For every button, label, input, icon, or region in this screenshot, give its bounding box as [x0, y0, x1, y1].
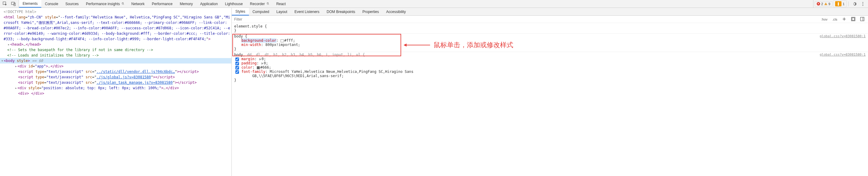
- prop-font-family-line2: GB,\\5FAE\8F6F\96C5\9ED1,Arial,sans-seri…: [234, 74, 866, 78]
- inspect-icon[interactable]: [1, 0, 9, 8]
- subtab-accessibility[interactable]: Accessibility: [382, 8, 409, 16]
- prop-margin[interactable]: margin: 0;: [234, 57, 866, 61]
- warning-icon: [824, 2, 827, 5]
- body-node-selected[interactable]: ⋯ ▾<body style> == $0: [0, 58, 231, 64]
- errors-warnings-badge[interactable]: ✕2 9: [815, 1, 832, 7]
- more-icon[interactable]: [859, 0, 867, 8]
- styles-filter-row: :hov .cls: [232, 16, 868, 23]
- tab-memory[interactable]: Memory: [176, 0, 196, 7]
- prop-checkbox[interactable]: [236, 57, 239, 61]
- issue-icon: ❚: [835, 1, 841, 6]
- experiment-icon: ⚗: [266, 2, 269, 6]
- rule-element-style[interactable]: element.style { }: [232, 24, 868, 33]
- color-swatch-icon[interactable]: [257, 66, 260, 69]
- html-open-4: rror-color:#e96149; --warning-color:#dd9…: [4, 31, 231, 36]
- tab-performance[interactable]: Performance: [148, 0, 176, 7]
- rule-body[interactable]: global.css?v=83081580:1 body { backgroun…: [232, 33, 868, 52]
- prop-checkbox[interactable]: [236, 70, 239, 74]
- subtab-computed[interactable]: Computed: [249, 8, 273, 16]
- toggle-computed-icon[interactable]: [850, 16, 857, 22]
- subtab-properties[interactable]: Properties: [359, 8, 383, 16]
- source-link[interactable]: global.css?v=83081580:1: [820, 53, 866, 56]
- subtab-event-listeners[interactable]: Event Listeners: [291, 8, 323, 16]
- tab-react[interactable]: React: [273, 0, 289, 7]
- toolbar-left-icons: [0, 0, 19, 7]
- rule-close: }: [234, 28, 866, 33]
- div-app-node[interactable]: ▸<div id="app">…</div>: [4, 64, 231, 69]
- expand-icon[interactable]: ▸: [14, 85, 18, 91]
- prop-color[interactable]: color: #666;: [234, 65, 866, 70]
- selector-element-style[interactable]: element.style {: [234, 24, 866, 28]
- selector-reset[interactable]: body, dd, dl, dt, h1, h2, h3, h4, h5, h6…: [234, 53, 866, 57]
- script-node-3[interactable]: <script type="text/javascript" src="./js…: [4, 80, 231, 85]
- toggle-sidebar-icon[interactable]: [859, 16, 866, 22]
- prop-checkbox[interactable]: [236, 66, 239, 70]
- elements-tree[interactable]: <!DOCTYPE html> <html lang="zh-CN" style…: [0, 8, 231, 176]
- styles-filter-input[interactable]: [232, 17, 818, 22]
- issue-count: 1: [843, 2, 844, 6]
- tab-console[interactable]: Console: [41, 0, 62, 7]
- tab-sources[interactable]: Sources: [62, 0, 82, 7]
- svg-point-3: [863, 2, 864, 3]
- new-style-rule-icon[interactable]: [841, 16, 847, 22]
- svg-point-5: [863, 5, 864, 6]
- doctype-line: <!DOCTYPE html>: [4, 9, 231, 15]
- tab-network[interactable]: Network: [128, 0, 148, 7]
- html-open-2: crosoft YaHei","微软雅黑",Arial,sans-serif; …: [4, 20, 231, 25]
- style-rules-list[interactable]: element.style { } global.css?v=83081580:…: [232, 23, 868, 176]
- hov-toggle[interactable]: :hov: [820, 17, 829, 22]
- rule-close: }: [234, 47, 866, 51]
- prop-font-family[interactable]: font-family: Microsoft YaHei,Helvetica N…: [234, 70, 866, 74]
- styles-subtabs: Styles Computed Layout Event Listeners D…: [232, 8, 868, 16]
- svg-rect-7: [852, 18, 855, 20]
- device-toggle-icon[interactable]: [10, 0, 18, 8]
- divider: [848, 1, 849, 6]
- expand-icon[interactable]: ▸: [7, 42, 10, 47]
- warning-count: 9: [829, 2, 830, 6]
- subtab-dom-breakpoints[interactable]: DOM Breakpoints: [323, 8, 359, 16]
- settings-icon[interactable]: [850, 0, 858, 8]
- expand-shorthand-icon[interactable]: [261, 62, 263, 65]
- div-abs-node[interactable]: ▸<div style="position: absolute; top: 0p…: [4, 85, 231, 91]
- rule-reset[interactable]: global.css?v=83081580:1 body, dd, dl, dt…: [232, 52, 868, 83]
- tab-lighthouse[interactable]: Lighthouse: [221, 0, 247, 7]
- subtab-styles[interactable]: Styles: [232, 8, 249, 16]
- tab-elements[interactable]: Elements: [19, 0, 41, 7]
- expand-icon[interactable]: ▾: [1, 58, 4, 64]
- tab-application[interactable]: Application: [196, 0, 221, 7]
- devtools-toolbar: Elements Console Sources Performance ins…: [0, 0, 868, 8]
- prop-padding[interactable]: padding: 0;: [234, 61, 866, 65]
- html-open-5: #333; --body-background-light:#F4F4F4; -…: [4, 36, 231, 42]
- svg-rect-8: [861, 17, 864, 21]
- toolbar-right: ✕2 9 ❚1: [813, 0, 868, 7]
- expand-icon[interactable]: ▸: [14, 64, 18, 69]
- tab-performance-insights[interactable]: Performance insights⚗: [82, 0, 128, 7]
- selector-body[interactable]: body {: [234, 34, 866, 39]
- styles-pane: Styles Computed Layout Event Listeners D…: [231, 8, 868, 176]
- div-last-node[interactable]: <div> </div>: [4, 91, 231, 96]
- comment-1: <!-- Sets the basepath for the library i…: [4, 47, 231, 53]
- rule-close: }: [234, 78, 866, 82]
- prop-background-color[interactable]: background-color: #fff;: [234, 39, 866, 43]
- experiment-icon: ⚗: [121, 2, 124, 6]
- subtab-layout[interactable]: Layout: [273, 8, 291, 16]
- cls-toggle[interactable]: .cls: [831, 17, 839, 22]
- script-node-1[interactable]: <script type="text/javascript" src="../s…: [4, 69, 231, 74]
- head-node[interactable]: ▸<head>…</head>: [4, 42, 231, 47]
- error-icon: ✕: [817, 2, 820, 5]
- comment-2: <!-- Loads and initializes the library -…: [4, 53, 231, 58]
- panel-tabs: Elements Console Sources Performance ins…: [19, 0, 813, 7]
- prop-min-width[interactable]: min-width: 800px!important;: [234, 43, 866, 47]
- error-count: 2: [821, 2, 823, 6]
- html-open[interactable]: <html lang="zh-CN" style="--font-family:…: [4, 15, 231, 20]
- script-node-2[interactable]: <script type="text/javascript" src="./js…: [4, 74, 231, 80]
- tab-recorder[interactable]: Recorder⚗: [246, 0, 273, 7]
- issues-badge[interactable]: ❚1: [833, 0, 846, 7]
- expand-shorthand-icon[interactable]: [259, 58, 261, 60]
- color-swatch-icon[interactable]: [281, 39, 284, 42]
- html-open-3: #00A6FF; --bread-color:#007ec2; --info-c…: [4, 25, 231, 31]
- prop-checkbox[interactable]: [236, 62, 239, 65]
- source-link[interactable]: global.css?v=83081580:1: [820, 34, 866, 38]
- svg-point-4: [863, 3, 864, 4]
